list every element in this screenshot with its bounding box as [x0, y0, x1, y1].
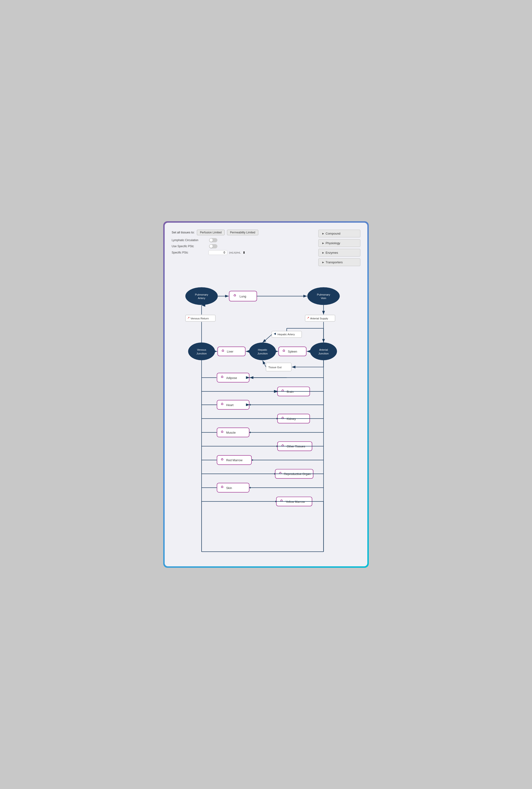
liver-text: Liver	[227, 350, 233, 353]
arterial-junction-text2: Junction	[318, 352, 328, 355]
spleen-text: Spleen	[288, 350, 297, 353]
left-controls: Set all tissues to: Perfusion Limited Pe…	[172, 230, 258, 255]
skin-icon: ♻	[221, 485, 224, 489]
pstc-stepper[interactable]: ⬍	[243, 251, 245, 255]
lymphatic-label: Lymphatic Circulation	[172, 239, 207, 242]
set-tissues-row: Set all tissues to: Perfusion Limited Pe…	[172, 230, 258, 235]
venous-return-icon: ↗	[187, 316, 190, 319]
adipose-text: Adipose	[226, 376, 237, 379]
arterial-supply-text: Arterial Supply	[310, 317, 328, 320]
pbpk-diagram: Pulmonary Artery ♻ Lung Pulmonary Vein	[172, 271, 360, 559]
skin-text: Skin	[226, 486, 232, 489]
pulmonary-artery-text: Pulmonary	[195, 293, 208, 296]
venous-return-text: Venous Return	[191, 317, 209, 320]
pulmonary-artery-text2: Artery	[198, 297, 205, 300]
venous-junction-text2: Junction	[196, 352, 207, 355]
brain-icon: ♻	[281, 389, 284, 393]
use-pstc-toggle[interactable]	[209, 244, 217, 248]
lung-text: Lung	[240, 294, 246, 298]
set-tissues-label: Set all tissues to:	[172, 231, 194, 234]
enzymes-label: Enzymes	[326, 251, 338, 255]
arterial-supply-icon: ↗	[307, 316, 309, 319]
venous-junction-text: Venous	[197, 348, 206, 351]
physiology-arrow: ▶	[322, 242, 324, 244]
repro-organ-icon: ♻	[279, 471, 282, 475]
arterial-junction-text: Arterial	[319, 348, 328, 351]
tissue-gut-text: Tissue Gut	[268, 365, 282, 369]
physiology-accordion[interactable]: ▶ Physiology	[318, 239, 360, 247]
lung-icon: ♻	[233, 294, 236, 297]
compound-accordion[interactable]: ▶ Compound	[318, 230, 360, 237]
pstc-unit: (mL/s)/mL	[229, 251, 241, 254]
inner-frame: Set all tissues to: Perfusion Limited Pe…	[165, 223, 367, 567]
tg-to-hj-arrow	[263, 360, 266, 367]
transporters-label: Transporters	[326, 261, 343, 264]
compound-label: Compound	[326, 232, 341, 235]
top-controls: Set all tissues to: Perfusion Limited Pe…	[172, 230, 360, 266]
transporters-arrow: ▶	[322, 261, 324, 264]
kidney-icon: ♻	[281, 416, 284, 420]
use-pstc-toggle-row: Use Specific PStc	[172, 244, 258, 248]
hepatic-junction-text: Hepatic	[258, 348, 267, 351]
use-pstc-label: Use Specific PStc	[172, 245, 207, 248]
pulmonary-vein-text: Pulmonary	[317, 293, 330, 296]
liver-icon: ♻	[222, 349, 224, 352]
compound-arrow: ▶	[322, 232, 324, 235]
yellow-marrow-icon: ♻	[280, 499, 283, 503]
muscle-icon: ♻	[221, 430, 224, 433]
specific-pstc-label: Specific PStc	[172, 251, 207, 254]
lymphatic-toggle-row: Lymphatic Circulation	[172, 238, 258, 242]
right-buttons: ▶ Compound ▶ Physiology ▶ Enzymes ▶ Tran…	[318, 230, 360, 266]
pulmonary-vein-text2: Vein	[321, 297, 326, 300]
ha-to-hj-arrow	[263, 335, 272, 342]
permeability-limited-btn[interactable]: Permeability Limited	[227, 230, 258, 235]
other-tissues-icon: ♻	[281, 444, 284, 447]
transporters-accordion[interactable]: ▶ Transporters	[318, 258, 360, 266]
perfusion-limited-btn[interactable]: Perfusion Limited	[197, 230, 225, 235]
physiology-label: Physiology	[326, 241, 340, 245]
hepatic-artery-text: Hepatic Artery	[278, 333, 295, 336]
red-marrow-text: Red Marrow	[226, 458, 243, 462]
outer-frame: Set all tissues to: Perfusion Limited Pe…	[163, 221, 369, 568]
diagram-area: Pulmonary Artery ♻ Lung Pulmonary Vein	[172, 271, 360, 560]
pstc-input[interactable]	[209, 250, 227, 255]
spleen-icon: ♻	[282, 349, 285, 352]
heart-text: Heart	[226, 403, 234, 407]
lymphatic-toggle[interactable]	[209, 238, 217, 242]
hepatic-artery-icon: ◀	[274, 332, 276, 335]
enzymes-arrow: ▶	[322, 251, 324, 254]
muscle-text: Muscle	[226, 431, 236, 434]
pstc-row: Specific PStc (mL/s)/mL ⬍	[172, 250, 258, 255]
hepatic-junction-text2: Junction	[258, 352, 268, 355]
enzymes-accordion[interactable]: ▶ Enzymes	[318, 249, 360, 257]
red-marrow-icon: ♻	[221, 458, 224, 461]
heart-icon: ♻	[221, 402, 224, 406]
adipose-icon: ♻	[221, 375, 224, 379]
